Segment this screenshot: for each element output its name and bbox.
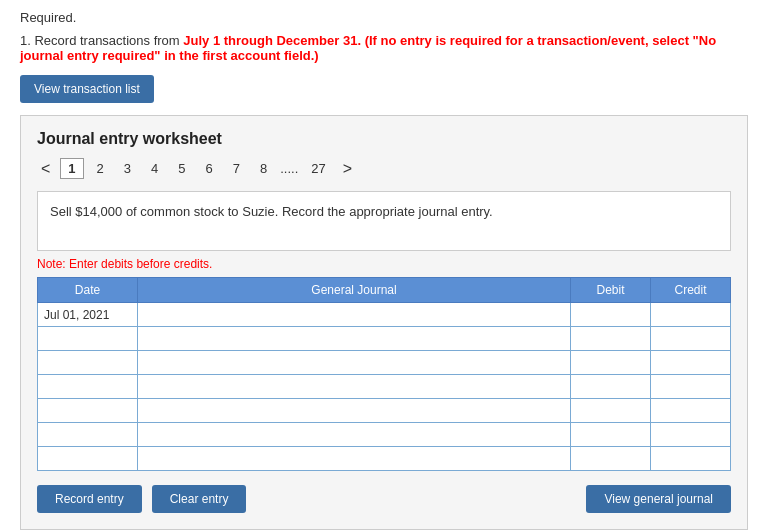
date-cell-6	[38, 423, 138, 447]
credit-input-5[interactable]	[651, 399, 730, 422]
col-header-general-journal: General Journal	[138, 278, 571, 303]
credit-input-7[interactable]	[651, 447, 730, 470]
journal-input-1[interactable]	[138, 303, 570, 326]
page-27[interactable]: 27	[304, 159, 332, 178]
journal-input-6[interactable]	[138, 423, 570, 446]
transaction-description: Sell $14,000 of common stock to Suzie. R…	[37, 191, 731, 251]
table-row	[38, 375, 731, 399]
journal-input-2[interactable]	[138, 327, 570, 350]
debit-input-6[interactable]	[571, 423, 650, 446]
journal-cell-1[interactable]	[138, 303, 571, 327]
action-buttons: Record entry Clear entry View general jo…	[37, 485, 731, 513]
credit-cell-2[interactable]	[651, 327, 731, 351]
credit-cell-3[interactable]	[651, 351, 731, 375]
debit-cell-6[interactable]	[571, 423, 651, 447]
table-row	[38, 351, 731, 375]
date-cell-3	[38, 351, 138, 375]
next-page-button[interactable]: >	[339, 160, 356, 178]
date-cell-5	[38, 399, 138, 423]
date-cell-7	[38, 447, 138, 471]
required-label: Required.	[20, 10, 748, 25]
table-row	[38, 327, 731, 351]
debit-cell-5[interactable]	[571, 399, 651, 423]
credit-cell-1[interactable]	[651, 303, 731, 327]
journal-cell-2[interactable]	[138, 327, 571, 351]
page-5[interactable]: 5	[171, 159, 192, 178]
table-row	[38, 399, 731, 423]
journal-input-4[interactable]	[138, 375, 570, 398]
credit-cell-4[interactable]	[651, 375, 731, 399]
journal-cell-6[interactable]	[138, 423, 571, 447]
credit-cell-7[interactable]	[651, 447, 731, 471]
debit-cell-3[interactable]	[571, 351, 651, 375]
page-4[interactable]: 4	[144, 159, 165, 178]
page-6[interactable]: 6	[199, 159, 220, 178]
credit-cell-5[interactable]	[651, 399, 731, 423]
page-2[interactable]: 2	[90, 159, 111, 178]
worksheet-title: Journal entry worksheet	[37, 130, 731, 148]
debit-cell-7[interactable]	[571, 447, 651, 471]
instruction-text: 1. Record transactions from July 1 throu…	[20, 33, 748, 63]
table-row: Jul 01, 2021	[38, 303, 731, 327]
debit-cell-4[interactable]	[571, 375, 651, 399]
credit-input-4[interactable]	[651, 375, 730, 398]
journal-entry-worksheet: Journal entry worksheet < 1 2 3 4 5 6 7 …	[20, 115, 748, 530]
journal-input-5[interactable]	[138, 399, 570, 422]
debit-cell-2[interactable]	[571, 327, 651, 351]
table-row	[38, 447, 731, 471]
credit-input-3[interactable]	[651, 351, 730, 374]
note-text: Note: Enter debits before credits.	[37, 257, 731, 271]
prev-page-button[interactable]: <	[37, 160, 54, 178]
col-header-debit: Debit	[571, 278, 651, 303]
debit-input-3[interactable]	[571, 351, 650, 374]
page-8[interactable]: 8	[253, 159, 274, 178]
credit-cell-6[interactable]	[651, 423, 731, 447]
pagination: < 1 2 3 4 5 6 7 8 ..... 27 >	[37, 158, 731, 179]
credit-input-2[interactable]	[651, 327, 730, 350]
date-cell-4	[38, 375, 138, 399]
journal-cell-3[interactable]	[138, 351, 571, 375]
debit-input-7[interactable]	[571, 447, 650, 470]
col-header-credit: Credit	[651, 278, 731, 303]
date-cell-1: Jul 01, 2021	[38, 303, 138, 327]
page-3[interactable]: 3	[117, 159, 138, 178]
table-row	[38, 423, 731, 447]
debit-input-1[interactable]	[571, 303, 650, 326]
col-header-date: Date	[38, 278, 138, 303]
page-7[interactable]: 7	[226, 159, 247, 178]
journal-table: Date General Journal Debit Credit Jul 01…	[37, 277, 731, 471]
journal-cell-5[interactable]	[138, 399, 571, 423]
date-cell-2	[38, 327, 138, 351]
ellipsis: .....	[280, 161, 298, 176]
debit-input-5[interactable]	[571, 399, 650, 422]
credit-input-6[interactable]	[651, 423, 730, 446]
view-general-journal-button[interactable]: View general journal	[586, 485, 731, 513]
view-transaction-button[interactable]: View transaction list	[20, 75, 154, 103]
record-entry-button[interactable]: Record entry	[37, 485, 142, 513]
debit-input-4[interactable]	[571, 375, 650, 398]
page-1[interactable]: 1	[60, 158, 83, 179]
journal-cell-4[interactable]	[138, 375, 571, 399]
debit-cell-1[interactable]	[571, 303, 651, 327]
clear-entry-button[interactable]: Clear entry	[152, 485, 247, 513]
required-word: Required.	[20, 10, 76, 25]
debit-input-2[interactable]	[571, 327, 650, 350]
journal-cell-7[interactable]	[138, 447, 571, 471]
journal-input-3[interactable]	[138, 351, 570, 374]
journal-input-7[interactable]	[138, 447, 570, 470]
credit-input-1[interactable]	[651, 303, 730, 326]
left-buttons: Record entry Clear entry	[37, 485, 246, 513]
